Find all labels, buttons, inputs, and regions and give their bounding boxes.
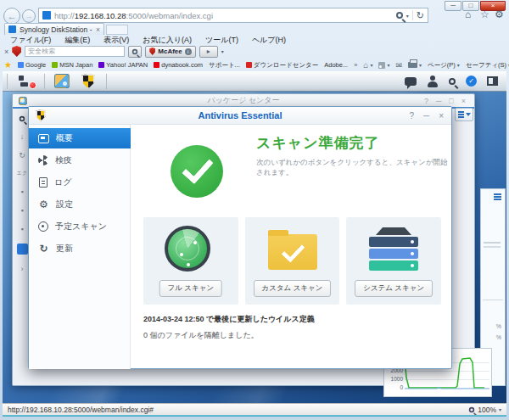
gear-icon[interactable]: ⚙ xyxy=(495,9,504,20)
scan-ready-heading: スキャン準備完了 xyxy=(256,133,380,153)
favorites-star-icon[interactable]: ☆ xyxy=(480,9,489,20)
help-button[interactable]: ? xyxy=(424,97,428,105)
full-scan-button[interactable]: フル スキャン xyxy=(159,280,223,297)
browser-tab[interactable]: Synology DiskStation - ... × xyxy=(4,23,104,35)
url-scheme: http:// xyxy=(54,11,75,20)
overview-icon xyxy=(38,134,49,143)
mcafee-button[interactable]: McAfee i xyxy=(145,46,195,58)
antivirus-window[interactable]: Antivirus Essential ? ─ × 概要 検疫 xyxy=(28,106,452,369)
dropdown-caret-icon[interactable]: ▾ xyxy=(221,48,224,54)
pilot-view-icon[interactable]: ✓ xyxy=(466,76,477,87)
sidebar-item-settings[interactable]: ⚙ 設定 xyxy=(29,194,131,215)
divider xyxy=(412,10,413,20)
gear-icon: ⚙ xyxy=(38,199,49,210)
help-button[interactable]: ? xyxy=(410,111,415,120)
window-bottom-edge xyxy=(3,415,506,417)
sidebar-item-log[interactable]: ログ xyxy=(29,172,131,193)
system-scan-card[interactable]: システム スキャン xyxy=(346,217,441,305)
sidebar-item-quarantine[interactable]: 検疫 xyxy=(29,150,131,171)
page-menu[interactable]: ページ(P)▾ xyxy=(428,61,460,70)
favorite-support[interactable]: サポート... xyxy=(209,61,240,70)
refresh-icon[interactable]: ↻ xyxy=(417,10,424,20)
divider xyxy=(44,74,45,89)
quarantine-status: 0 個のファイルを隔離しました。 xyxy=(143,330,259,341)
safe-search-input[interactable] xyxy=(25,46,125,57)
favorite-google[interactable]: Google xyxy=(18,61,46,69)
tab-close-icon[interactable]: × xyxy=(92,25,103,34)
toolbar-close-icon[interactable]: × xyxy=(4,48,8,56)
scan-cards: フル スキャン カスタム スキャン システム スキャン xyxy=(143,217,441,305)
home-icon[interactable]: ⌂ xyxy=(465,9,471,20)
scan-ready-check-icon xyxy=(171,145,223,198)
add-favorite-star-icon[interactable]: ★ xyxy=(4,60,12,70)
antivirus-taskbar-icon[interactable] xyxy=(81,74,95,89)
close-button[interactable]: × xyxy=(461,97,466,105)
search-icon[interactable] xyxy=(396,12,403,19)
safe-search-button[interactable] xyxy=(128,46,142,58)
sort-list-button[interactable] xyxy=(455,108,473,121)
virus-definition-status: 2014-03-24 12:50 で最後に更新したウイルス定義 xyxy=(143,314,315,325)
full-scan-card[interactable]: フル スキャン xyxy=(143,217,238,305)
refresh-icon[interactable]: ↻ xyxy=(19,151,25,160)
close-button[interactable]: × xyxy=(439,111,444,120)
widget-menu-icon[interactable] xyxy=(494,193,501,200)
system-scan-button[interactable]: システム スキャン xyxy=(355,280,433,297)
search-caret-icon[interactable]: ▾ xyxy=(406,13,409,19)
download-center-icon xyxy=(246,62,252,68)
antivirus-sidebar: 概要 検疫 ログ ⚙ 設定 予定スキャン xyxy=(29,125,131,369)
folder-check-icon xyxy=(268,234,317,270)
package-center-title: パッケージ センター xyxy=(13,95,474,106)
download-icon[interactable]: ↓ xyxy=(20,132,25,141)
package-center-titlebar[interactable]: パッケージ センター ? ─ □ × xyxy=(13,94,474,107)
read-mail-icon[interactable]: ✉ xyxy=(395,61,402,70)
package-center-taskbar-icon[interactable] xyxy=(54,74,70,88)
app-icon[interactable]: ▪ xyxy=(20,206,23,215)
search-icon xyxy=(132,48,137,53)
feeds-button[interactable]: ▾ xyxy=(378,62,389,69)
favorite-msn[interactable]: MSN Japan xyxy=(52,61,92,69)
app-icon[interactable]: ▪ xyxy=(20,225,23,233)
forward-button[interactable]: → xyxy=(22,9,36,23)
search-icon[interactable] xyxy=(20,116,25,121)
package-center-sidebar-icons: ↓ ↻ エク ▪ ▪ ▪ › xyxy=(15,115,29,273)
selected-app-icon[interactable] xyxy=(17,244,28,255)
dynabook-icon xyxy=(154,62,159,68)
sidebar-item-overview[interactable]: 概要 xyxy=(29,128,131,148)
favorite-dynabook[interactable]: dynabook.com xyxy=(154,61,203,69)
minimize-button[interactable]: ─ xyxy=(445,1,461,11)
custom-scan-button[interactable]: カスタム スキャン xyxy=(254,280,332,297)
search-icon[interactable] xyxy=(449,78,456,85)
minimize-button[interactable]: ─ xyxy=(436,97,441,105)
mcafee-shield-icon xyxy=(12,46,21,57)
google-icon xyxy=(18,62,24,68)
widgets-icon[interactable] xyxy=(487,76,498,86)
address-bar[interactable]: http://192.168.10.28:5000/webman/index.c… xyxy=(38,8,428,23)
back-button[interactable]: ← xyxy=(3,8,20,25)
chevron-right-icon[interactable]: › xyxy=(21,265,24,273)
refresh-icon: ↻ xyxy=(38,244,49,255)
custom-scan-card[interactable]: カスタム スキャン xyxy=(245,217,340,305)
notifications-icon[interactable] xyxy=(405,77,417,86)
antivirus-titlebar[interactable]: Antivirus Essential ? ─ × xyxy=(29,107,451,125)
mcafee-extra-button[interactable]: ▸ xyxy=(199,46,218,58)
maximize-button[interactable]: □ xyxy=(449,97,453,105)
zoom-caret-icon[interactable]: ▾ xyxy=(499,406,501,412)
favorite-download-center[interactable]: ダウンロードセンター xyxy=(246,61,318,70)
user-icon[interactable] xyxy=(427,76,439,87)
print-button[interactable]: ▾ xyxy=(408,62,422,68)
zoom-control[interactable]: 100% ▾ xyxy=(468,406,501,414)
scheduled-scan-icon xyxy=(38,221,48,232)
home-menu-button[interactable]: ⌂ ▾ xyxy=(363,60,372,70)
main-menu-button[interactable] xyxy=(19,75,33,87)
sidebar-item-scheduled-scan[interactable]: 予定スキャン xyxy=(29,216,131,237)
app-icon[interactable]: ▪ xyxy=(20,188,23,196)
favorite-adobe[interactable]: Adobe... xyxy=(324,61,348,69)
scan-ready-subtext: 次のいずれかのボタンをクリックすると、スキャンが開始されます。 xyxy=(256,158,451,178)
sidebar-item-update[interactable]: ↻ 更新 xyxy=(29,238,131,259)
sidebar-label-fragment: エク xyxy=(17,170,27,177)
safety-menu[interactable]: セーフティ(S)▾ xyxy=(466,61,509,70)
favorite-yahoo[interactable]: Yahoo! JAPAN xyxy=(98,61,148,69)
ram-percent-label: % xyxy=(496,334,501,340)
minimize-button[interactable]: ─ xyxy=(423,111,429,120)
overflow-chevron-icon[interactable]: » xyxy=(354,61,357,69)
